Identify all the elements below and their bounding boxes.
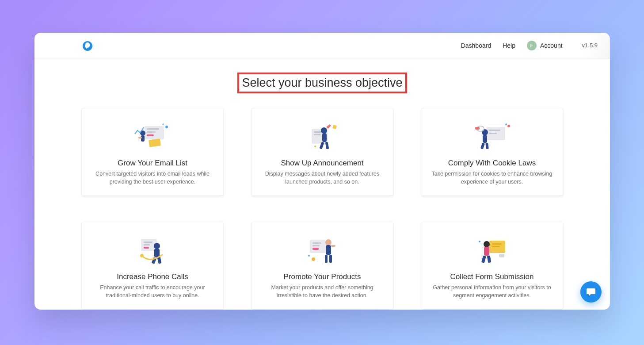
app-window: Dashboard Help F Account v1.5.9 Select y…	[34, 33, 610, 310]
chat-launcher-button[interactable]	[580, 281, 602, 303]
svg-rect-5	[149, 139, 161, 147]
svg-rect-46	[325, 255, 328, 263]
card-desc: Gather personal information from your vi…	[431, 284, 553, 299]
svg-rect-26	[485, 143, 488, 150]
svg-point-35	[154, 243, 160, 249]
objective-card-show-announcement[interactable]: Show Up Announcement Display messages ab…	[252, 108, 393, 196]
card-desc: Enhance your call traffic to encourage y…	[91, 284, 213, 299]
card-title: Comply With Cookie Laws	[431, 159, 553, 168]
illustration-phone-icon	[91, 233, 213, 267]
illustration-email-icon	[91, 119, 213, 153]
topbar: Dashboard Help F Account v1.5.9	[34, 33, 610, 58]
svg-rect-32	[144, 242, 152, 243]
svg-point-9	[165, 126, 168, 128]
illustration-announcement-icon	[261, 119, 383, 153]
card-title: Show Up Announcement	[261, 159, 383, 168]
svg-point-44	[325, 239, 332, 245]
chat-icon	[586, 287, 596, 297]
svg-rect-41	[312, 242, 321, 244]
svg-point-50	[308, 255, 310, 257]
svg-rect-17	[325, 142, 329, 150]
account-label: Account	[540, 42, 563, 49]
version-label: v1.5.9	[582, 42, 598, 49]
svg-point-29	[507, 125, 510, 127]
svg-point-19	[314, 146, 316, 147]
svg-point-59	[479, 241, 480, 242]
svg-rect-15	[322, 133, 327, 142]
card-title: Promote Your Products	[261, 272, 383, 281]
svg-point-14	[321, 127, 327, 134]
svg-rect-42	[312, 245, 320, 246]
objective-grid: Grow Your Email List Convert targeted vi…	[81, 108, 563, 309]
svg-point-54	[484, 241, 490, 247]
svg-rect-2	[147, 128, 159, 130]
svg-point-23	[482, 129, 488, 135]
svg-rect-58	[499, 254, 504, 257]
svg-rect-55	[484, 247, 489, 256]
svg-point-39	[140, 254, 144, 257]
svg-rect-13	[314, 134, 321, 135]
avatar: F	[527, 41, 537, 50]
objective-card-increase-phone-calls[interactable]: Increase Phone Calls Enhance your call t…	[82, 222, 223, 309]
nav-account[interactable]: F Account	[527, 41, 563, 50]
card-title: Increase Phone Calls	[91, 272, 213, 281]
svg-rect-43	[312, 248, 319, 250]
svg-rect-57	[487, 256, 492, 263]
svg-rect-21	[489, 130, 500, 131]
card-title: Grow Your Email List	[91, 159, 213, 168]
card-desc: Market your products and offer something…	[261, 284, 383, 299]
nav-dashboard[interactable]: Dashboard	[461, 42, 492, 49]
illustration-promote-icon	[261, 233, 383, 267]
illustration-cookie-icon	[431, 119, 553, 153]
svg-rect-48	[331, 245, 335, 247]
nav-help[interactable]: Help	[503, 42, 515, 49]
page-content: Select your business objective	[34, 58, 610, 310]
card-desc: Display messages about newly added featu…	[261, 170, 383, 186]
objective-card-collect-form-submission[interactable]: Collect Form Submission Gather personal …	[421, 222, 563, 309]
app-logo-icon	[82, 41, 93, 51]
svg-rect-33	[144, 244, 150, 245]
page-title: Select your business objective	[237, 73, 407, 93]
svg-rect-3	[147, 131, 156, 133]
svg-point-10	[162, 123, 164, 125]
topbar-nav: Dashboard Help F Account v1.5.9	[461, 41, 598, 50]
card-desc: Take permission for cookies to enhance b…	[431, 170, 553, 186]
svg-rect-47	[329, 255, 332, 263]
svg-rect-22	[489, 133, 497, 134]
svg-rect-8	[138, 137, 142, 138]
svg-rect-24	[483, 135, 487, 143]
svg-rect-53	[492, 246, 500, 247]
svg-point-49	[312, 257, 315, 261]
objective-card-grow-email-list[interactable]: Grow Your Email List Convert targeted vi…	[82, 108, 223, 196]
svg-rect-18	[332, 125, 336, 129]
illustration-form-icon	[431, 233, 553, 267]
card-desc: Convert targeted visitors into email lea…	[91, 170, 213, 186]
svg-point-30	[505, 123, 507, 125]
svg-rect-7	[141, 135, 145, 142]
svg-rect-28	[475, 127, 480, 130]
objective-card-promote-products[interactable]: Promote Your Products Market your produc…	[252, 222, 393, 309]
svg-rect-45	[326, 245, 331, 255]
svg-rect-36	[154, 249, 160, 257]
card-title: Collect Form Submission	[431, 272, 553, 281]
svg-rect-25	[480, 143, 485, 150]
objective-card-cookie-laws[interactable]: Comply With Cookie Laws Take permission …	[421, 108, 563, 196]
svg-rect-52	[492, 243, 502, 245]
svg-rect-56	[481, 256, 486, 263]
svg-rect-34	[144, 247, 149, 249]
page-title-container: Select your business objective	[34, 73, 610, 93]
svg-rect-4	[147, 134, 154, 136]
